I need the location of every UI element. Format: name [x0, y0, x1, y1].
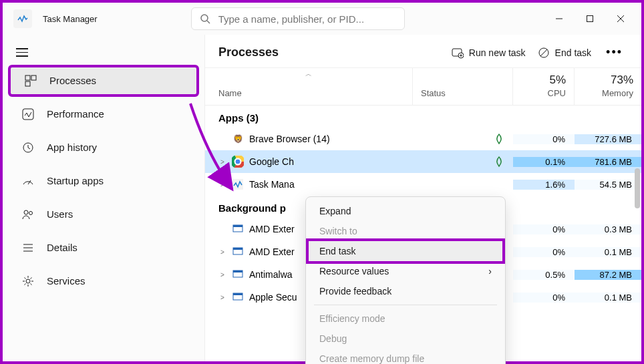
sidebar-item-app-history[interactable]: App history: [8, 132, 199, 164]
gear-icon: [21, 275, 35, 288]
expand-chevron[interactable]: >: [218, 248, 226, 256]
cpu-value: 0.5%: [513, 270, 575, 280]
cpu-value: 0%: [513, 224, 575, 234]
memory-value: 87.2 MB: [575, 270, 641, 280]
svg-rect-7: [31, 75, 36, 80]
close-button[interactable]: [605, 8, 636, 29]
more-icon: •••: [606, 45, 623, 59]
memory-value: 727.6 MB: [575, 134, 641, 144]
app-icon: [232, 291, 244, 303]
ctx-create-dump: Create memory dump file: [306, 349, 505, 364]
app-icon: [232, 223, 244, 235]
titlebar: Task Manager Type a name, publisher, or …: [3, 3, 641, 35]
more-options-button[interactable]: •••: [603, 45, 625, 59]
run-task-icon: [452, 47, 464, 59]
column-cpu[interactable]: 5% CPU: [513, 68, 575, 105]
end-task-button[interactable]: End task: [538, 47, 591, 59]
sidebar-item-label: Services: [47, 275, 86, 287]
end-task-label: End task: [555, 47, 591, 58]
expand-chevron[interactable]: >: [218, 181, 226, 188]
search-input[interactable]: Type a name, publisher, or PID...: [191, 7, 405, 30]
process-row[interactable]: > Google Ch 0.1% 781.6 MB: [205, 150, 641, 173]
memory-value: 0.3 MB: [575, 224, 641, 234]
ctx-debug: Debug: [306, 329, 505, 349]
efficiency-mode-icon: [413, 156, 513, 168]
svg-point-12: [24, 210, 28, 214]
sidebar-item-label: Performance: [47, 108, 104, 120]
svg-rect-9: [23, 109, 33, 120]
svg-rect-36: [233, 270, 243, 272]
process-row[interactable]: > Task Mana 1.6% 54.5 MB: [205, 173, 641, 196]
ctx-resource-values[interactable]: Resource values ›: [306, 261, 505, 281]
expand-chevron[interactable]: >: [218, 294, 226, 301]
svg-rect-32: [233, 225, 243, 227]
process-name: AMD Exter: [249, 246, 295, 257]
sidebar-item-details[interactable]: Details: [8, 232, 199, 264]
column-headers: ︿ Name Status 5% CPU 73% Memory: [205, 67, 641, 106]
svg-rect-34: [233, 248, 243, 250]
expand-chevron[interactable]: >: [218, 158, 226, 166]
svg-point-13: [29, 211, 33, 214]
process-name: Task Mana: [249, 179, 295, 190]
svg-point-17: [26, 279, 30, 283]
list-icon: [21, 241, 35, 254]
svg-rect-6: [25, 75, 30, 80]
minimize-button[interactable]: [544, 8, 575, 29]
cpu-value: 0%: [513, 247, 575, 257]
run-new-task-label: Run new task: [469, 47, 526, 58]
search-icon: [200, 13, 210, 24]
app-icon: [232, 268, 244, 281]
svg-line-1: [207, 21, 210, 23]
svg-rect-38: [233, 293, 243, 295]
search-placeholder: Type a name, publisher, or PID...: [218, 13, 364, 25]
sidebar-item-label: Users: [47, 208, 73, 220]
memory-value: 54.5 MB: [575, 180, 641, 190]
sidebar-item-services[interactable]: Services: [8, 265, 199, 297]
run-new-task-button[interactable]: Run new task: [452, 47, 526, 59]
process-name: Apple Secu: [249, 292, 297, 303]
scrollbar-thumb[interactable]: [635, 168, 640, 208]
page-title: Processes: [218, 45, 279, 59]
sort-caret-icon: ︿: [305, 69, 312, 79]
hamburger-button[interactable]: [3, 40, 204, 65]
maximize-button[interactable]: [575, 8, 605, 29]
column-memory[interactable]: 73% Memory: [575, 68, 641, 105]
ctx-efficiency-mode: Efficiency mode: [306, 309, 505, 329]
process-name: AMD Exter: [249, 224, 295, 234]
ctx-expand[interactable]: Expand: [306, 201, 505, 221]
app-icon: [232, 246, 244, 258]
cpu-value: 0%: [513, 134, 575, 144]
column-name[interactable]: ︿ Name: [205, 68, 413, 105]
speed-icon: [21, 174, 35, 188]
end-task-icon: [538, 47, 550, 59]
memory-value: 781.6 MB: [575, 157, 641, 167]
expand-chevron[interactable]: >: [218, 271, 226, 279]
cpu-value: 0.1%: [513, 157, 575, 167]
chrome-icon: [232, 156, 244, 168]
sidebar-item-label: Startup apps: [47, 175, 104, 186]
sidebar-item-startup-apps[interactable]: Startup apps: [8, 165, 199, 197]
sidebar-item-processes[interactable]: Processes: [8, 65, 199, 97]
column-status[interactable]: Status: [413, 68, 513, 105]
sidebar: Processes Performance App history Startu…: [3, 35, 204, 361]
users-icon: [21, 208, 35, 221]
memory-value: 0.1 MB: [575, 293, 641, 303]
svg-rect-3: [587, 16, 593, 22]
process-name: Brave Browser (14): [249, 134, 330, 144]
process-row[interactable]: 🦁 Brave Browser (14) 0% 727.6 MB: [205, 128, 641, 150]
brave-icon: 🦁: [232, 133, 244, 145]
sidebar-item-performance[interactable]: Performance: [8, 98, 199, 130]
grid-icon: [24, 74, 37, 87]
memory-value: 0.1 MB: [575, 247, 641, 257]
cpu-value: 0%: [513, 293, 575, 303]
svg-point-0: [201, 15, 208, 21]
process-name: Google Ch: [249, 156, 294, 167]
activity-icon: [21, 108, 35, 121]
sidebar-item-users[interactable]: Users: [8, 198, 199, 230]
svg-rect-8: [25, 81, 30, 86]
separator: [314, 305, 497, 305]
ctx-provide-feedback[interactable]: Provide feedback: [306, 281, 505, 301]
sidebar-item-label: Processes: [49, 75, 96, 86]
ctx-end-task[interactable]: End task: [306, 238, 505, 264]
efficiency-mode-icon: [413, 133, 513, 145]
